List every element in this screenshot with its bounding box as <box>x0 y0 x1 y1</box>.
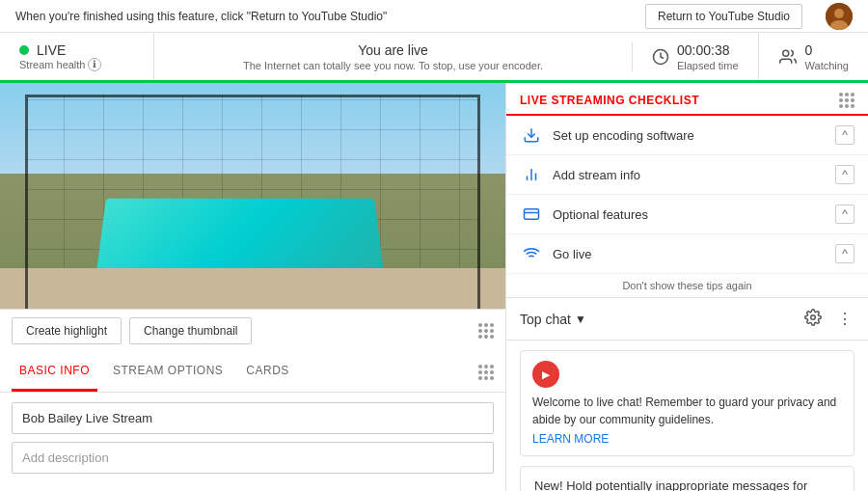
chat-settings-button[interactable] <box>802 307 824 332</box>
chat-learn-more-link[interactable]: LEARN MORE <box>532 432 842 446</box>
right-panel: LIVE STREAMING CHECKLIST Set up encodi <box>506 83 868 491</box>
create-highlight-button[interactable]: Create highlight <box>12 317 122 344</box>
checklist-stream-info-text: Add stream info <box>553 168 835 182</box>
checklist-item-collapse-3[interactable]: ^ <box>835 244 854 263</box>
people-icon <box>778 48 798 66</box>
tab-cards[interactable]: CARDS <box>238 352 297 392</box>
change-thumbnail-button[interactable]: Change thumbnail <box>129 317 252 344</box>
chat-welcome-text: Welcome to live chat! Remember to guard … <box>532 394 842 428</box>
checklist-optional-text: Optional features <box>553 207 835 222</box>
chat-msg-header: ▶ <box>532 361 842 388</box>
form-area <box>0 393 505 491</box>
chat-title-label: Top chat <box>520 312 571 327</box>
internet-message: The Internet can totally see you now. To… <box>174 60 612 71</box>
chat-alert-card: New! Hold potentially inappropriate mess… <box>520 466 854 491</box>
toolbar-more-options[interactable] <box>478 323 494 339</box>
enclosure-frame <box>25 95 480 309</box>
left-panel: Create highlight Change thumbnail BASIC … <box>0 83 506 491</box>
watching-count-value: 0 <box>805 42 849 58</box>
stream-health-info-icon[interactable]: ℹ <box>88 58 101 71</box>
checklist-header: LIVE STREAMING CHECKLIST <box>506 83 868 116</box>
tabs-more-options[interactable] <box>478 365 494 380</box>
main-content: Create highlight Change thumbnail BASIC … <box>0 83 868 491</box>
return-to-studio-button[interactable]: Return to YouTube Studio <box>645 4 802 29</box>
checklist-item-collapse-2[interactable]: ^ <box>835 205 854 224</box>
youtube-logo: ▶ <box>542 369 550 380</box>
checklist-item-stream-info: Add stream info ^ <box>506 155 868 195</box>
stream-title-input[interactable] <box>12 402 494 434</box>
gear-icon <box>804 309 822 326</box>
card-icon <box>520 203 543 226</box>
download-icon <box>520 123 543 147</box>
checklist-item-collapse-0[interactable]: ^ <box>835 125 854 145</box>
svg-point-1 <box>834 9 844 18</box>
you-are-live-section: You are live The Internet can totally se… <box>154 42 633 71</box>
avatar[interactable] <box>826 3 853 30</box>
live-label: LIVE <box>37 42 66 58</box>
bar-chart-icon <box>520 163 543 186</box>
checklist-item-encoding: Set up encoding software ^ <box>506 116 868 155</box>
video-toolbar: Create highlight Change thumbnail <box>0 309 505 352</box>
chat-header: Top chat ▼ ⋮ <box>506 298 868 341</box>
chat-title-dropdown[interactable]: Top chat ▼ <box>520 312 586 327</box>
checklist-encoding-text: Set up encoding software <box>553 128 835 143</box>
youtube-avatar: ▶ <box>532 361 559 388</box>
chat-header-icons: ⋮ <box>802 307 854 332</box>
svg-rect-9 <box>525 209 539 220</box>
checklist-golive-text: Go live <box>553 247 835 261</box>
svg-point-12 <box>811 314 816 319</box>
checklist-grid-icon[interactable] <box>839 93 854 108</box>
tab-stream-options[interactable]: STREAM OPTIONS <box>105 352 231 392</box>
stream-health-label: Stream health ℹ <box>19 58 101 71</box>
elapsed-time-label: Elapsed time <box>677 60 739 71</box>
tab-basic-info[interactable]: BASIC INFO <box>12 352 97 392</box>
video-area <box>0 83 505 309</box>
watching-section: 0 Watching <box>759 33 868 80</box>
watching-label: Watching <box>805 60 849 71</box>
description-input[interactable] <box>12 442 494 474</box>
checklist-item-collapse-1[interactable]: ^ <box>835 165 854 184</box>
top-bar-message: When you're finished using this feature,… <box>15 10 387 23</box>
chat-more-options-button[interactable]: ⋮ <box>835 308 854 330</box>
checklist-item-optional: Optional features ^ <box>506 195 868 234</box>
chat-alert-title: New! Hold potentially inappropriate mess… <box>534 478 840 491</box>
svg-point-4 <box>782 50 788 56</box>
chat-welcome-card: ▶ Welcome to live chat! Remember to guar… <box>520 350 854 456</box>
status-bar: LIVE Stream health ℹ You are live The In… <box>0 33 868 83</box>
clock-icon <box>652 48 669 66</box>
dont-show-tips[interactable]: Don't show these tips again <box>506 274 868 297</box>
video-preview <box>0 83 505 309</box>
live-status-section: LIVE Stream health ℹ <box>0 33 154 80</box>
checklist-title: LIVE STREAMING CHECKLIST <box>520 94 699 107</box>
you-are-live-title: You are live <box>174 42 612 58</box>
wifi-icon <box>520 242 543 265</box>
checklist-item-golive: Go live ^ <box>506 234 868 274</box>
chat-dropdown-arrow-icon: ▼ <box>575 313 586 326</box>
elapsed-time-section: 00:00:38 Elapsed time <box>633 33 759 80</box>
chat-section: Top chat ▼ ⋮ ▶ <box>506 298 868 491</box>
elapsed-time-value: 00:00:38 <box>677 42 739 58</box>
top-notification-bar: When you're finished using this feature,… <box>0 0 868 33</box>
checklist-section: LIVE STREAMING CHECKLIST Set up encodi <box>506 83 868 298</box>
tabs-section: BASIC INFO STREAM OPTIONS CARDS <box>0 352 505 393</box>
live-indicator-dot <box>19 45 29 55</box>
pool-scene <box>0 83 505 309</box>
chat-body: ▶ Welcome to live chat! Remember to guar… <box>506 341 868 491</box>
